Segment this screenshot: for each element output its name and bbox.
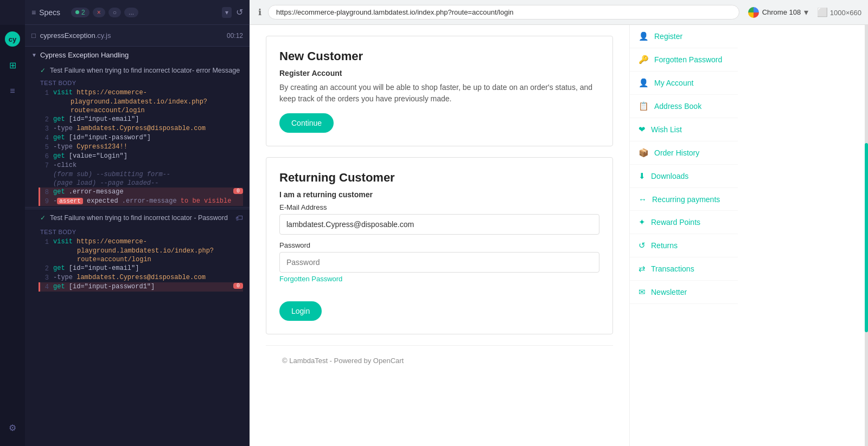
returns-icon: ↺: [639, 241, 646, 250]
pass-check-icon: ✓: [40, 67, 46, 74]
chevron-button[interactable]: ▾: [222, 7, 232, 18]
transactions-icon: ⇄: [639, 264, 646, 274]
test-group-header[interactable]: ▼ Cypress Exception Handling: [25, 47, 250, 63]
url-text: https://ecommerce-playground.lambdatest.…: [276, 8, 731, 16]
sidebar-item-my-account[interactable]: 👤 My Account: [630, 72, 738, 95]
code-line: 5 -type Cypress1234!!: [40, 143, 243, 152]
tag-icon: 🏷: [235, 214, 243, 222]
register-icon: 👤: [639, 31, 649, 41]
more-indicator: ...: [124, 8, 138, 17]
my-account-icon: 👤: [639, 78, 649, 88]
sidebar-label-wishlist: Wish List: [651, 125, 682, 134]
code-line-assert: 9 -assert expected .error-message to be …: [39, 197, 243, 206]
test-body-label-1: TEST BODY: [25, 77, 250, 88]
sidebar-item-newsletter[interactable]: ✉ Newsletter: [630, 281, 738, 304]
sidebar-label-address: Address Book: [654, 102, 701, 111]
login-button[interactable]: Login: [279, 301, 322, 321]
sidebar-label-account: My Account: [654, 79, 693, 87]
browser-info: Chrome 108 ▾: [748, 7, 809, 18]
password-input[interactable]: [279, 252, 599, 273]
returning-customer-title: Returning Customer: [279, 171, 599, 185]
sidebar-item-returns[interactable]: ↺ Returns: [630, 234, 738, 257]
settings-icon[interactable]: ⚙: [5, 420, 20, 435]
browser-viewport[interactable]: New Customer Register Account By creatin…: [250, 25, 868, 446]
test-name-2: Test Failure when trying to find incorre…: [50, 214, 228, 222]
scroll-indicator: [865, 25, 868, 446]
test-body-label-2: TEST BODY: [25, 227, 250, 237]
cypress-logo: cy: [5, 31, 20, 47]
browser-chevron-icon[interactable]: ▾: [804, 7, 808, 17]
sidebar-label-orders: Order History: [654, 148, 699, 157]
reward-points-icon: ✦: [639, 217, 646, 227]
chrome-icon: [748, 7, 759, 18]
code-block-1: 1 visit https://ecommerce- playground.la…: [25, 88, 250, 206]
test-item-2[interactable]: ✓ Test Failure when trying to find incor…: [25, 209, 250, 227]
newsletter-icon: ✉: [639, 287, 646, 297]
right-sidebar: 👤 Register 🔑 Forgotten Password 👤 My Acc…: [629, 25, 738, 446]
pass-count: 2: [71, 8, 90, 17]
page-footer: © LambdaTest - Powered by OpenCart: [266, 345, 613, 376]
divider: [25, 207, 250, 208]
sidebar-item-wish-list[interactable]: ❤ Wish List: [630, 118, 738, 141]
wish-list-icon: ❤: [639, 125, 646, 134]
pending-count: ○: [108, 8, 121, 17]
forgotten-password-icon: 🔑: [639, 55, 649, 64]
test-name-1: Test Failure when trying to find incorre…: [50, 67, 240, 74]
scroll-thumb[interactable]: [865, 143, 868, 333]
browser-info-button[interactable]: ℹ: [256, 5, 264, 20]
sidebar-item-downloads[interactable]: ⬇ Downloads: [630, 165, 738, 188]
sidebar-label-newsletter: Newsletter: [651, 288, 687, 296]
group-chevron-icon: ▼: [31, 52, 37, 58]
sidebar-label-downloads: Downloads: [651, 172, 688, 180]
returning-customer-subtitle: I am a returning customer: [279, 190, 599, 199]
status-controls: 2 × ○ ...: [71, 8, 138, 17]
sidebar-item-forgotten-password[interactable]: 🔑 Forgotten Password: [630, 48, 738, 72]
order-history-icon: 📦: [639, 148, 649, 158]
new-customer-subtitle: Register Account: [279, 69, 599, 77]
code-line: playground.lambdatest.io/index.php?: [40, 98, 243, 106]
code-line: 4 get [id="input-password"]: [40, 133, 243, 143]
browser-chrome: ℹ https://ecommerce-playground.lambdates…: [250, 0, 868, 25]
code-line: (form sub) --submitting form--: [40, 170, 243, 179]
page-content: New Customer Register Account By creatin…: [250, 25, 868, 446]
controls-right: ▾ ↺: [222, 7, 243, 18]
continue-button[interactable]: Continue: [279, 113, 334, 133]
email-input[interactable]: [279, 214, 599, 235]
new-customer-section: New Customer Register Account By creatin…: [266, 36, 613, 146]
browser-area: ℹ https://ecommerce-playground.lambdates…: [250, 0, 868, 446]
forgotten-password-link[interactable]: Forgotten Password: [279, 275, 599, 283]
refresh-button[interactable]: ↺: [236, 7, 243, 17]
recurring-payments-icon: ↔: [639, 195, 647, 204]
sidebar-label-transactions: Transactions: [651, 264, 694, 273]
test-item-1[interactable]: ✓ Test Failure when trying to find incor…: [25, 63, 250, 77]
fail-count: ×: [93, 8, 105, 17]
sidebar-label-returns: Returns: [651, 241, 678, 250]
sidebar-item-register[interactable]: 👤 Register: [630, 25, 738, 48]
code-line-error-2: 4 get [id="input-password1"] 0: [39, 282, 243, 292]
app-title: ≡ Specs: [31, 8, 60, 17]
sidebar-item-order-history[interactable]: 📦 Order History: [630, 141, 738, 165]
test-panel: ▼ Cypress Exception Handling ✓ Test Fail…: [25, 47, 250, 446]
sidebar-label-register: Register: [654, 32, 682, 41]
main-content: New Customer Register Account By creatin…: [250, 25, 629, 446]
list-icon[interactable]: ≡: [5, 83, 20, 99]
pass-dot: [75, 10, 79, 14]
sidebar-item-transactions[interactable]: ⇄ Transactions: [630, 257, 738, 281]
new-customer-desc: By creating an account you will be able …: [279, 82, 599, 105]
sidebar-label-rewards: Reward Points: [651, 218, 700, 227]
file-name: cypressException.cy.js: [40, 31, 111, 40]
code-line: route=account/login: [40, 106, 243, 115]
specs-icon: ≡: [31, 8, 36, 17]
url-bar[interactable]: https://ecommerce-playground.lambdatest.…: [268, 5, 739, 20]
new-customer-title: New Customer: [279, 49, 599, 63]
top-bar: ≡ Specs 2 × ○ ...: [25, 0, 250, 25]
dashboard-icon[interactable]: ⊞: [5, 57, 20, 73]
sidebar-item-address-book[interactable]: 📋 Address Book: [630, 95, 738, 118]
code-line-error: 8 get .error-message 0: [39, 188, 243, 197]
downloads-icon: ⬇: [639, 171, 646, 181]
code-line: 1 visit https://ecommerce-: [40, 88, 243, 98]
code-line: 3 -type lambdatest.Cypress@disposable.co…: [40, 273, 243, 282]
sidebar-item-reward-points[interactable]: ✦ Reward Points: [630, 211, 738, 234]
sidebar-item-recurring-payments[interactable]: ↔ Recurring payments: [630, 188, 738, 211]
footer-text: © LambdaTest - Powered by OpenCart: [282, 357, 404, 365]
